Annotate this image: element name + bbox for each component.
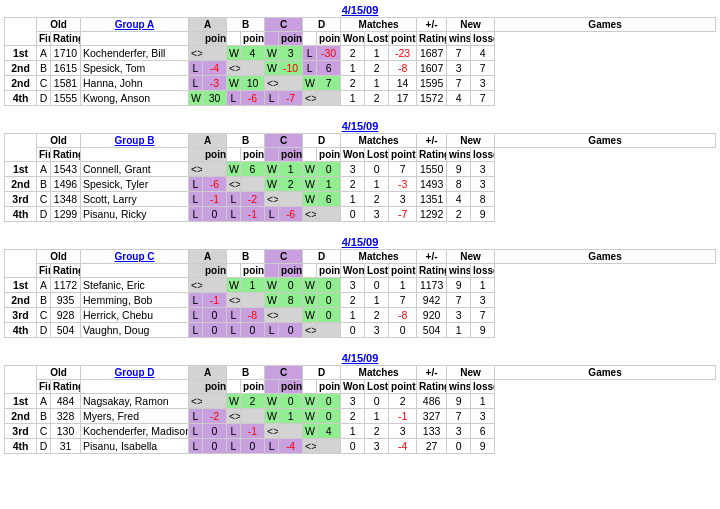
page: 4/15/09OldGroup AABCDMatches+/-NewGamesF… [0, 0, 720, 468]
table-row: 4thD1555Kwong, AnsonW30L-6L-7<>121715724… [5, 91, 716, 106]
group-section-2: 4/15/09OldGroup BABCDMatches+/-NewGamesF… [4, 120, 716, 222]
table-row: 2ndB1496Spesick, TylerL-6<>W2W121-314938… [5, 177, 716, 192]
table-row: 2ndB1615Spesick, TomL-4<>W-10L612-816073… [5, 61, 716, 76]
group-date: 4/15/09 [4, 4, 716, 16]
table-row: 1stA1172Stefanic, Eric<>W1W0W0301117391 [5, 278, 716, 293]
table-row: 4thD1299Pisanu, RickyL0L-1L-6<>03-712922… [5, 207, 716, 222]
group-date: 4/15/09 [4, 236, 716, 248]
table-row: 2ndC1581Hanna, JohnL-3W10<>W72114159573 [5, 76, 716, 91]
table-row: 2ndB935Hemming, BobL-1<>W8W021794273 [5, 293, 716, 308]
group-section-1: 4/15/09OldGroup AABCDMatches+/-NewGamesF… [4, 4, 716, 106]
table-row: 1stA484Nagsakay, Ramon<>W2W0W030248691 [5, 394, 716, 409]
table-row: 2ndB328Myers, FredL-2<>W1W021-132773 [5, 409, 716, 424]
table-row: 3rdC1348Scott, LarryL-1L-2<>W6123135148 [5, 192, 716, 207]
table-row: 4thD31Pisanu, IsabellaL0L0L-4<>03-42709 [5, 439, 716, 454]
table-row: 1stA1710Kochenderfer, Bill<>W4W3L-3021-2… [5, 46, 716, 61]
group-section-4: 4/15/09OldGroup DABCDMatches+/-NewGamesF… [4, 352, 716, 454]
table-row: 3rdC928Herrick, ChebuL0L-8<>W012-892037 [5, 308, 716, 323]
table-row: 3rdC130Kochenderfer, MadisonL0L-1<>W4123… [5, 424, 716, 439]
group-date: 4/15/09 [4, 120, 716, 132]
group-date: 4/15/09 [4, 352, 716, 364]
table-row: 4thD504Vaughn, DougL0L0L0<>03050419 [5, 323, 716, 338]
table-row: 1stA1543Connell, Grant<>W6W1W0307155093 [5, 162, 716, 177]
group-section-3: 4/15/09OldGroup CABCDMatches+/-NewGamesF… [4, 236, 716, 338]
